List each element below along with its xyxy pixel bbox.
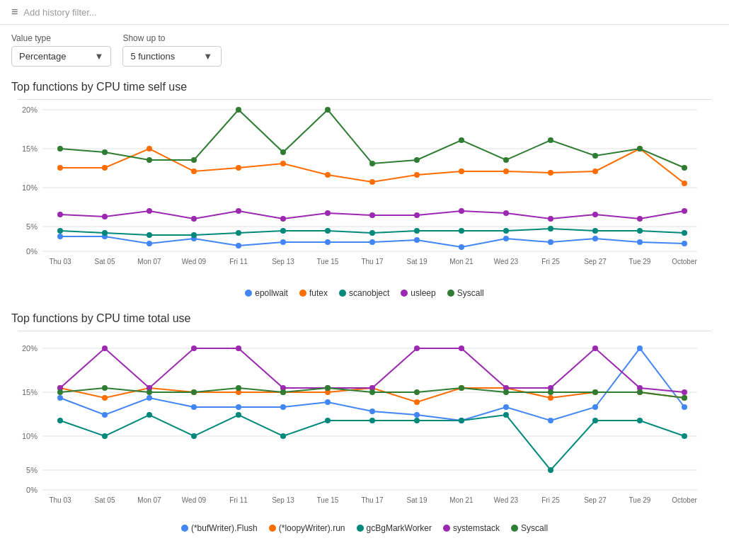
chart2-container: 20% 15% 10% 5% 0% Thu 03 Sat 05 Mon 07 W… — [18, 331, 711, 519]
svg-point-32 — [369, 239, 375, 245]
svg-text:10%: 10% — [22, 432, 38, 440]
svg-text:Sep 13: Sep 13 — [272, 258, 294, 265]
svg-point-126 — [102, 412, 108, 418]
svg-point-127 — [147, 395, 152, 401]
svg-point-198 — [637, 389, 643, 395]
svg-text:Wed 23: Wed 23 — [494, 258, 519, 265]
svg-point-84 — [682, 208, 687, 214]
svg-point-31 — [325, 239, 331, 245]
svg-point-42 — [147, 146, 152, 152]
svg-text:15%: 15% — [22, 388, 38, 396]
svg-point-36 — [548, 239, 553, 245]
svg-point-48 — [414, 172, 420, 178]
legend-item-loopywriter: (*loopyWriter).run — [269, 523, 345, 533]
svg-point-43 — [191, 168, 197, 174]
svg-point-179 — [459, 345, 464, 351]
svg-point-91 — [325, 107, 331, 113]
svg-text:Sat 05: Sat 05 — [95, 496, 115, 504]
show-up-group: Show up to 5 functions ▼ — [122, 33, 222, 67]
syscall2-label: Syscall — [521, 523, 548, 533]
svg-point-88 — [191, 157, 197, 163]
svg-point-68 — [637, 228, 643, 234]
svg-point-162 — [369, 418, 375, 423]
value-type-select[interactable]: Percentage ▼ — [11, 46, 111, 67]
filter-icon: ≡ — [11, 6, 18, 18]
show-up-label: Show up to — [122, 33, 222, 43]
svg-point-128 — [191, 404, 197, 410]
svg-point-65 — [503, 228, 509, 234]
svg-point-55 — [57, 228, 63, 234]
svg-text:Mon 07: Mon 07 — [137, 258, 161, 265]
svg-text:20%: 20% — [22, 344, 38, 353]
svg-point-182 — [592, 345, 598, 351]
loopywriter-dot — [269, 525, 276, 532]
svg-point-78 — [414, 212, 420, 218]
svg-text:Thu 17: Thu 17 — [361, 496, 384, 504]
svg-point-193 — [414, 389, 420, 395]
svg-point-52 — [592, 168, 598, 174]
svg-text:0%: 0% — [26, 486, 38, 494]
svg-point-159 — [236, 412, 241, 418]
systemstack-label: systemstack — [453, 523, 500, 533]
legend-item-gcbgmarkworker: gcBgMarkWorker — [357, 523, 432, 533]
chart1-container: 20% 15% 10% 5% 0% Thu 03 Sat 05 Mon 07 W… — [18, 99, 711, 284]
svg-point-97 — [592, 153, 598, 159]
svg-point-45 — [280, 161, 286, 166]
bufwriter-dot — [181, 525, 188, 532]
bufwriter-label: (*bufWriter).Flush — [191, 523, 258, 533]
svg-point-90 — [280, 149, 286, 155]
gcbgmarkworker-dot — [357, 525, 364, 532]
svg-text:15%: 15% — [22, 144, 38, 153]
svg-point-92 — [369, 161, 375, 166]
chart1-legend: epollwait futex scanobject usleep Syscal… — [11, 284, 718, 307]
svg-point-93 — [414, 157, 420, 163]
svg-point-44 — [236, 165, 241, 171]
futex-dot — [299, 290, 306, 297]
svg-text:Thu 03: Thu 03 — [49, 258, 71, 265]
svg-point-74 — [236, 208, 241, 214]
chart2-title: Top functions by CPU time total use — [11, 312, 718, 325]
svg-point-73 — [191, 216, 197, 222]
svg-point-39 — [682, 241, 687, 246]
svg-point-27 — [147, 241, 152, 246]
svg-point-47 — [369, 179, 375, 185]
svg-point-58 — [191, 232, 197, 238]
legend-item-systemstack: systemstack — [443, 523, 500, 533]
svg-point-41 — [102, 165, 108, 171]
svg-point-136 — [548, 418, 553, 423]
svg-point-94 — [459, 137, 464, 143]
svg-point-199 — [682, 395, 687, 401]
gcbgmarkworker-label: gcBgMarkWorker — [367, 523, 432, 533]
svg-point-190 — [280, 389, 286, 395]
svg-point-164 — [459, 418, 464, 423]
futex-label: futex — [309, 288, 328, 298]
svg-point-69 — [682, 230, 687, 236]
svg-point-86 — [102, 149, 108, 155]
filter-placeholder[interactable]: Add history filter... — [23, 7, 96, 18]
svg-text:Sat 19: Sat 19 — [407, 258, 427, 265]
svg-point-87 — [147, 157, 152, 163]
svg-point-141 — [102, 395, 108, 401]
svg-point-138 — [637, 345, 643, 351]
svg-point-184 — [682, 389, 687, 395]
show-up-arrow: ▼ — [203, 51, 212, 62]
svg-text:Tue 15: Tue 15 — [317, 496, 339, 504]
svg-point-148 — [414, 399, 420, 405]
legend-item-futex: futex — [299, 288, 328, 298]
svg-point-161 — [325, 418, 331, 423]
svg-point-70 — [57, 212, 63, 217]
svg-point-178 — [414, 345, 420, 351]
svg-point-59 — [236, 230, 241, 236]
svg-point-189 — [236, 385, 241, 391]
show-up-select[interactable]: 5 functions ▼ — [122, 46, 222, 67]
svg-point-131 — [325, 399, 331, 405]
svg-point-63 — [414, 228, 420, 234]
svg-text:Wed 23: Wed 23 — [494, 496, 519, 504]
svg-point-130 — [280, 404, 286, 410]
svg-text:20%: 20% — [22, 105, 38, 114]
svg-point-40 — [57, 165, 63, 171]
chart2-svg: 20% 15% 10% 5% 0% Thu 03 Sat 05 Mon 07 W… — [18, 331, 711, 519]
svg-point-96 — [548, 137, 553, 143]
svg-point-29 — [236, 243, 241, 248]
svg-point-139 — [682, 404, 687, 410]
